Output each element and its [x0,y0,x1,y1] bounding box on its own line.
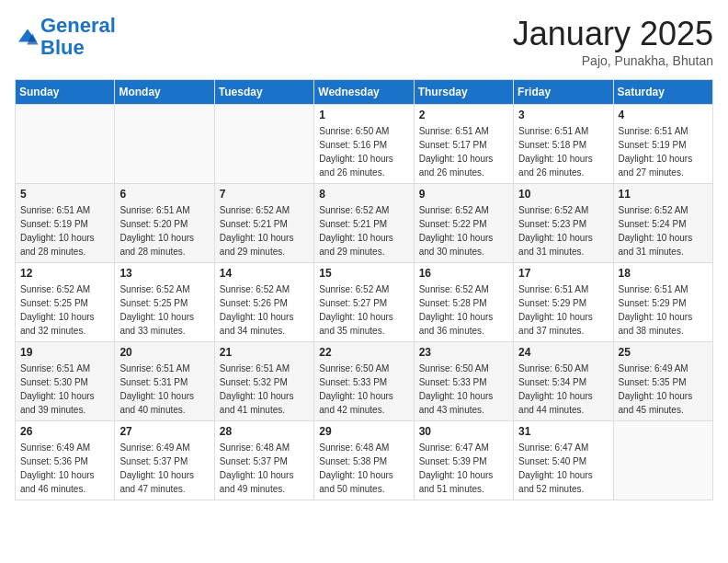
day-info: Sunrise: 6:52 AM Sunset: 5:21 PM Dayligh… [319,203,408,259]
calendar-day-8: 8Sunrise: 6:52 AM Sunset: 5:21 PM Daylig… [314,184,414,263]
calendar-day-5: 5Sunrise: 6:51 AM Sunset: 5:19 PM Daylig… [16,184,115,263]
day-number: 3 [518,109,608,121]
weekday-header-saturday: Saturday [613,80,712,105]
calendar-day-13: 13Sunrise: 6:52 AM Sunset: 5:25 PM Dayli… [115,263,214,342]
calendar-day-25: 25Sunrise: 6:49 AM Sunset: 5:35 PM Dayli… [613,342,712,421]
day-number: 12 [20,267,109,280]
calendar-day-30: 30Sunrise: 6:47 AM Sunset: 5:39 PM Dayli… [414,421,513,500]
day-number: 8 [319,188,408,201]
calendar-week-row: 5Sunrise: 6:51 AM Sunset: 5:19 PM Daylig… [16,184,713,263]
month-title: January 2025 [513,15,713,53]
day-info: Sunrise: 6:51 AM Sunset: 5:19 PM Dayligh… [619,124,708,179]
day-number: 11 [619,188,708,201]
day-info: Sunrise: 6:49 AM Sunset: 5:35 PM Dayligh… [619,362,708,417]
calendar-empty-cell [613,421,712,500]
day-info: Sunrise: 6:52 AM Sunset: 5:27 PM Dayligh… [319,282,408,338]
day-number: 30 [419,425,508,438]
day-info: Sunrise: 6:48 AM Sunset: 5:37 PM Dayligh… [220,441,309,496]
day-number: 5 [20,188,109,201]
day-number: 4 [619,109,708,121]
day-number: 6 [119,188,209,201]
calendar-empty-cell [16,105,115,184]
calendar-day-3: 3Sunrise: 6:51 AM Sunset: 5:18 PM Daylig… [514,105,613,184]
day-info: Sunrise: 6:52 AM Sunset: 5:23 PM Dayligh… [518,203,608,259]
day-number: 28 [220,425,309,438]
day-info: Sunrise: 6:51 AM Sunset: 5:20 PM Dayligh… [119,203,209,259]
day-number: 25 [619,346,708,359]
day-info: Sunrise: 6:48 AM Sunset: 5:38 PM Dayligh… [319,441,408,496]
day-number: 1 [319,109,408,121]
day-number: 26 [20,425,109,438]
calendar-day-19: 19Sunrise: 6:51 AM Sunset: 5:30 PM Dayli… [16,342,115,421]
title-block: January 2025 Pajo, Punakha, Bhutan [513,15,713,68]
calendar-day-7: 7Sunrise: 6:52 AM Sunset: 5:21 PM Daylig… [214,184,313,263]
logo-icon [17,28,39,46]
logo: General Blue [15,15,116,59]
weekday-header-sunday: Sunday [16,80,115,105]
calendar-week-row: 19Sunrise: 6:51 AM Sunset: 5:30 PM Dayli… [16,342,713,421]
day-info: Sunrise: 6:52 AM Sunset: 5:28 PM Dayligh… [419,282,508,338]
day-info: Sunrise: 6:52 AM Sunset: 5:22 PM Dayligh… [419,203,508,259]
calendar-day-31: 31Sunrise: 6:47 AM Sunset: 5:40 PM Dayli… [514,421,613,500]
day-number: 7 [220,188,309,201]
calendar-day-14: 14Sunrise: 6:52 AM Sunset: 5:26 PM Dayli… [214,263,313,342]
weekday-header-wednesday: Wednesday [314,80,414,105]
calendar-empty-cell [115,105,214,184]
day-number: 13 [119,267,209,280]
day-info: Sunrise: 6:51 AM Sunset: 5:29 PM Dayligh… [619,282,708,338]
day-info: Sunrise: 6:51 AM Sunset: 5:18 PM Dayligh… [518,124,608,179]
day-info: Sunrise: 6:52 AM Sunset: 5:21 PM Dayligh… [220,203,309,259]
day-info: Sunrise: 6:51 AM Sunset: 5:17 PM Dayligh… [419,124,508,179]
day-number: 29 [319,425,408,438]
day-info: Sunrise: 6:51 AM Sunset: 5:31 PM Dayligh… [119,362,209,417]
day-info: Sunrise: 6:47 AM Sunset: 5:40 PM Dayligh… [518,441,608,496]
calendar-day-27: 27Sunrise: 6:49 AM Sunset: 5:37 PM Dayli… [115,421,214,500]
day-number: 17 [518,267,608,280]
day-number: 15 [319,267,408,280]
calendar-day-12: 12Sunrise: 6:52 AM Sunset: 5:25 PM Dayli… [16,263,115,342]
calendar-week-row: 12Sunrise: 6:52 AM Sunset: 5:25 PM Dayli… [16,263,713,342]
weekday-header-thursday: Thursday [414,80,513,105]
calendar-table: SundayMondayTuesdayWednesdayThursdayFrid… [15,79,713,500]
calendar-week-row: 26Sunrise: 6:49 AM Sunset: 5:36 PM Dayli… [16,421,713,500]
calendar-day-2: 2Sunrise: 6:51 AM Sunset: 5:17 PM Daylig… [414,105,513,184]
day-number: 10 [518,188,608,201]
logo-blue: Blue [40,36,85,59]
day-info: Sunrise: 6:50 AM Sunset: 5:33 PM Dayligh… [419,362,508,417]
day-number: 27 [119,425,209,438]
page-header: General Blue January 2025 Pajo, Punakha,… [15,15,713,68]
calendar-day-18: 18Sunrise: 6:51 AM Sunset: 5:29 PM Dayli… [613,263,712,342]
day-number: 22 [319,346,408,359]
day-info: Sunrise: 6:51 AM Sunset: 5:19 PM Dayligh… [20,203,109,259]
calendar-day-21: 21Sunrise: 6:51 AM Sunset: 5:32 PM Dayli… [214,342,313,421]
day-info: Sunrise: 6:50 AM Sunset: 5:33 PM Dayligh… [319,362,408,417]
calendar-day-20: 20Sunrise: 6:51 AM Sunset: 5:31 PM Dayli… [115,342,214,421]
day-info: Sunrise: 6:51 AM Sunset: 5:29 PM Dayligh… [518,282,608,338]
day-number: 23 [419,346,508,359]
day-number: 14 [220,267,309,280]
day-info: Sunrise: 6:50 AM Sunset: 5:16 PM Dayligh… [319,124,408,179]
day-info: Sunrise: 6:49 AM Sunset: 5:36 PM Dayligh… [20,441,109,496]
calendar-week-row: 1Sunrise: 6:50 AM Sunset: 5:16 PM Daylig… [16,105,713,184]
day-number: 20 [119,346,209,359]
day-number: 9 [419,188,508,201]
calendar-day-22: 22Sunrise: 6:50 AM Sunset: 5:33 PM Dayli… [314,342,414,421]
calendar-day-10: 10Sunrise: 6:52 AM Sunset: 5:23 PM Dayli… [514,184,613,263]
location: Pajo, Punakha, Bhutan [513,53,713,68]
weekday-header-monday: Monday [115,80,214,105]
day-number: 21 [220,346,309,359]
calendar-day-26: 26Sunrise: 6:49 AM Sunset: 5:36 PM Dayli… [16,421,115,500]
weekday-header-row: SundayMondayTuesdayWednesdayThursdayFrid… [16,80,713,105]
day-number: 16 [419,267,508,280]
day-info: Sunrise: 6:51 AM Sunset: 5:30 PM Dayligh… [20,362,109,417]
day-info: Sunrise: 6:49 AM Sunset: 5:37 PM Dayligh… [119,441,209,496]
calendar-day-4: 4Sunrise: 6:51 AM Sunset: 5:19 PM Daylig… [613,105,712,184]
calendar-day-9: 9Sunrise: 6:52 AM Sunset: 5:22 PM Daylig… [414,184,513,263]
calendar-day-23: 23Sunrise: 6:50 AM Sunset: 5:33 PM Dayli… [414,342,513,421]
day-number: 2 [419,109,508,121]
day-number: 19 [20,346,109,359]
weekday-header-friday: Friday [514,80,613,105]
calendar-day-16: 16Sunrise: 6:52 AM Sunset: 5:28 PM Dayli… [414,263,513,342]
day-info: Sunrise: 6:52 AM Sunset: 5:25 PM Dayligh… [119,282,209,338]
calendar-day-24: 24Sunrise: 6:50 AM Sunset: 5:34 PM Dayli… [514,342,613,421]
